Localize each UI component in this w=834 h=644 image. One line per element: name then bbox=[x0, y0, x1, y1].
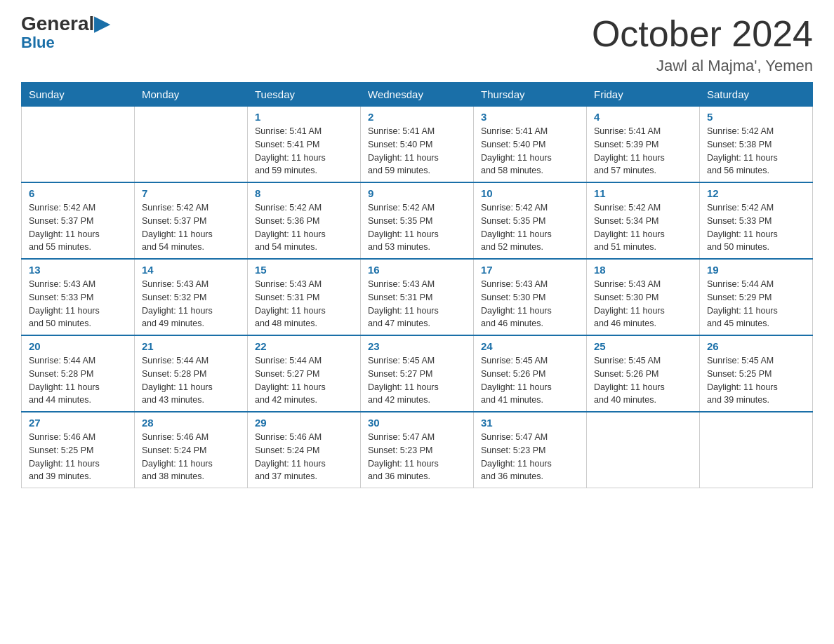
day-info: Sunrise: 5:42 AM Sunset: 5:35 PM Dayligh… bbox=[481, 201, 579, 254]
day-info: Sunrise: 5:43 AM Sunset: 5:30 PM Dayligh… bbox=[481, 278, 579, 330]
calendar-week-row: 6Sunrise: 5:42 AM Sunset: 5:37 PM Daylig… bbox=[22, 182, 813, 259]
day-info: Sunrise: 5:46 AM Sunset: 5:24 PM Dayligh… bbox=[255, 431, 353, 483]
day-number: 16 bbox=[368, 264, 466, 276]
calendar-cell: 10Sunrise: 5:42 AM Sunset: 5:35 PM Dayli… bbox=[474, 182, 587, 259]
day-info: Sunrise: 5:42 AM Sunset: 5:37 PM Dayligh… bbox=[142, 201, 240, 254]
calendar-cell: 14Sunrise: 5:43 AM Sunset: 5:32 PM Dayli… bbox=[135, 259, 248, 335]
calendar-cell bbox=[700, 412, 813, 488]
day-number: 21 bbox=[142, 340, 240, 352]
calendar-cell: 21Sunrise: 5:44 AM Sunset: 5:28 PM Dayli… bbox=[135, 335, 248, 412]
day-number: 29 bbox=[255, 417, 353, 429]
day-info: Sunrise: 5:47 AM Sunset: 5:23 PM Dayligh… bbox=[368, 431, 466, 483]
day-info: Sunrise: 5:45 AM Sunset: 5:27 PM Dayligh… bbox=[368, 354, 466, 407]
day-info: Sunrise: 5:46 AM Sunset: 5:24 PM Dayligh… bbox=[142, 431, 240, 483]
day-number: 26 bbox=[707, 340, 805, 352]
calendar-cell: 2Sunrise: 5:41 AM Sunset: 5:40 PM Daylig… bbox=[361, 107, 474, 183]
calendar-cell: 15Sunrise: 5:43 AM Sunset: 5:31 PM Dayli… bbox=[248, 259, 361, 335]
day-info: Sunrise: 5:43 AM Sunset: 5:32 PM Dayligh… bbox=[142, 278, 240, 330]
calendar-cell bbox=[135, 107, 248, 183]
subtitle: Jawl al Majma', Yemen bbox=[592, 57, 813, 75]
calendar-cell: 24Sunrise: 5:45 AM Sunset: 5:26 PM Dayli… bbox=[474, 335, 587, 412]
weekday-header-monday: Monday bbox=[135, 83, 248, 107]
calendar-header: SundayMondayTuesdayWednesdayThursdayFrid… bbox=[22, 83, 813, 107]
day-number: 1 bbox=[255, 111, 353, 123]
day-info: Sunrise: 5:42 AM Sunset: 5:37 PM Dayligh… bbox=[29, 201, 127, 254]
calendar-cell: 1Sunrise: 5:41 AM Sunset: 5:41 PM Daylig… bbox=[248, 107, 361, 183]
day-info: Sunrise: 5:43 AM Sunset: 5:31 PM Dayligh… bbox=[368, 278, 466, 330]
title-section: October 2024 Jawl al Majma', Yemen bbox=[592, 14, 813, 75]
day-number: 5 bbox=[707, 111, 805, 123]
calendar-cell: 27Sunrise: 5:46 AM Sunset: 5:25 PM Dayli… bbox=[22, 412, 135, 488]
weekday-header-thursday: Thursday bbox=[474, 83, 587, 107]
logo-blue-text: Blue bbox=[21, 34, 55, 52]
day-number: 15 bbox=[255, 264, 353, 276]
calendar-cell: 4Sunrise: 5:41 AM Sunset: 5:39 PM Daylig… bbox=[587, 107, 700, 183]
calendar-body: 1Sunrise: 5:41 AM Sunset: 5:41 PM Daylig… bbox=[22, 107, 813, 488]
weekday-header-sunday: Sunday bbox=[22, 83, 135, 107]
weekday-header-tuesday: Tuesday bbox=[248, 83, 361, 107]
day-number: 24 bbox=[481, 340, 579, 352]
day-number: 18 bbox=[594, 264, 692, 276]
calendar-cell: 19Sunrise: 5:44 AM Sunset: 5:29 PM Dayli… bbox=[700, 259, 813, 335]
calendar-cell: 18Sunrise: 5:43 AM Sunset: 5:30 PM Dayli… bbox=[587, 259, 700, 335]
day-number: 8 bbox=[255, 187, 353, 199]
calendar-cell: 8Sunrise: 5:42 AM Sunset: 5:36 PM Daylig… bbox=[248, 182, 361, 259]
day-info: Sunrise: 5:43 AM Sunset: 5:33 PM Dayligh… bbox=[29, 278, 127, 330]
day-info: Sunrise: 5:41 AM Sunset: 5:39 PM Dayligh… bbox=[594, 125, 692, 177]
day-info: Sunrise: 5:42 AM Sunset: 5:35 PM Dayligh… bbox=[368, 201, 466, 254]
day-number: 20 bbox=[29, 340, 127, 352]
calendar-cell: 16Sunrise: 5:43 AM Sunset: 5:31 PM Dayli… bbox=[361, 259, 474, 335]
day-number: 7 bbox=[142, 187, 240, 199]
weekday-header-wednesday: Wednesday bbox=[361, 83, 474, 107]
calendar-week-row: 20Sunrise: 5:44 AM Sunset: 5:28 PM Dayli… bbox=[22, 335, 813, 412]
calendar-cell: 11Sunrise: 5:42 AM Sunset: 5:34 PM Dayli… bbox=[587, 182, 700, 259]
day-info: Sunrise: 5:45 AM Sunset: 5:25 PM Dayligh… bbox=[707, 354, 805, 407]
day-number: 11 bbox=[594, 187, 692, 199]
day-info: Sunrise: 5:45 AM Sunset: 5:26 PM Dayligh… bbox=[481, 354, 579, 407]
day-info: Sunrise: 5:41 AM Sunset: 5:41 PM Dayligh… bbox=[255, 125, 353, 177]
calendar-cell: 13Sunrise: 5:43 AM Sunset: 5:33 PM Dayli… bbox=[22, 259, 135, 335]
calendar-cell: 20Sunrise: 5:44 AM Sunset: 5:28 PM Dayli… bbox=[22, 335, 135, 412]
day-info: Sunrise: 5:46 AM Sunset: 5:25 PM Dayligh… bbox=[29, 431, 127, 483]
calendar-week-row: 13Sunrise: 5:43 AM Sunset: 5:33 PM Dayli… bbox=[22, 259, 813, 335]
day-number: 31 bbox=[481, 417, 579, 429]
day-info: Sunrise: 5:41 AM Sunset: 5:40 PM Dayligh… bbox=[481, 125, 579, 177]
day-info: Sunrise: 5:45 AM Sunset: 5:26 PM Dayligh… bbox=[594, 354, 692, 407]
calendar-week-row: 1Sunrise: 5:41 AM Sunset: 5:41 PM Daylig… bbox=[22, 107, 813, 183]
day-number: 27 bbox=[29, 417, 127, 429]
day-info: Sunrise: 5:42 AM Sunset: 5:38 PM Dayligh… bbox=[707, 125, 805, 177]
weekday-header-row: SundayMondayTuesdayWednesdayThursdayFrid… bbox=[22, 83, 813, 107]
calendar-cell: 29Sunrise: 5:46 AM Sunset: 5:24 PM Dayli… bbox=[248, 412, 361, 488]
calendar-cell: 23Sunrise: 5:45 AM Sunset: 5:27 PM Dayli… bbox=[361, 335, 474, 412]
day-info: Sunrise: 5:44 AM Sunset: 5:28 PM Dayligh… bbox=[29, 354, 127, 407]
weekday-header-friday: Friday bbox=[587, 83, 700, 107]
day-number: 19 bbox=[707, 264, 805, 276]
day-number: 30 bbox=[368, 417, 466, 429]
calendar-cell: 28Sunrise: 5:46 AM Sunset: 5:24 PM Dayli… bbox=[135, 412, 248, 488]
day-info: Sunrise: 5:47 AM Sunset: 5:23 PM Dayligh… bbox=[481, 431, 579, 483]
weekday-header-saturday: Saturday bbox=[700, 83, 813, 107]
calendar-cell bbox=[587, 412, 700, 488]
calendar-cell: 26Sunrise: 5:45 AM Sunset: 5:25 PM Dayli… bbox=[700, 335, 813, 412]
main-title: October 2024 bbox=[592, 14, 813, 54]
day-number: 10 bbox=[481, 187, 579, 199]
calendar-cell: 5Sunrise: 5:42 AM Sunset: 5:38 PM Daylig… bbox=[700, 107, 813, 183]
day-info: Sunrise: 5:41 AM Sunset: 5:40 PM Dayligh… bbox=[368, 125, 466, 177]
day-number: 9 bbox=[368, 187, 466, 199]
day-info: Sunrise: 5:42 AM Sunset: 5:36 PM Dayligh… bbox=[255, 201, 353, 254]
calendar-cell: 7Sunrise: 5:42 AM Sunset: 5:37 PM Daylig… bbox=[135, 182, 248, 259]
page-header: General▶ Blue October 2024 Jawl al Majma… bbox=[21, 14, 813, 75]
day-info: Sunrise: 5:42 AM Sunset: 5:34 PM Dayligh… bbox=[594, 201, 692, 254]
day-info: Sunrise: 5:43 AM Sunset: 5:31 PM Dayligh… bbox=[255, 278, 353, 330]
calendar-cell: 3Sunrise: 5:41 AM Sunset: 5:40 PM Daylig… bbox=[474, 107, 587, 183]
calendar-cell: 9Sunrise: 5:42 AM Sunset: 5:35 PM Daylig… bbox=[361, 182, 474, 259]
day-info: Sunrise: 5:44 AM Sunset: 5:27 PM Dayligh… bbox=[255, 354, 353, 407]
logo: General▶ Blue bbox=[21, 14, 110, 52]
logo-general-text: General▶ bbox=[21, 14, 110, 34]
calendar-table: SundayMondayTuesdayWednesdayThursdayFrid… bbox=[21, 82, 813, 488]
day-info: Sunrise: 5:44 AM Sunset: 5:29 PM Dayligh… bbox=[707, 278, 805, 330]
day-number: 25 bbox=[594, 340, 692, 352]
day-number: 2 bbox=[368, 111, 466, 123]
calendar-cell: 12Sunrise: 5:42 AM Sunset: 5:33 PM Dayli… bbox=[700, 182, 813, 259]
calendar-cell: 31Sunrise: 5:47 AM Sunset: 5:23 PM Dayli… bbox=[474, 412, 587, 488]
